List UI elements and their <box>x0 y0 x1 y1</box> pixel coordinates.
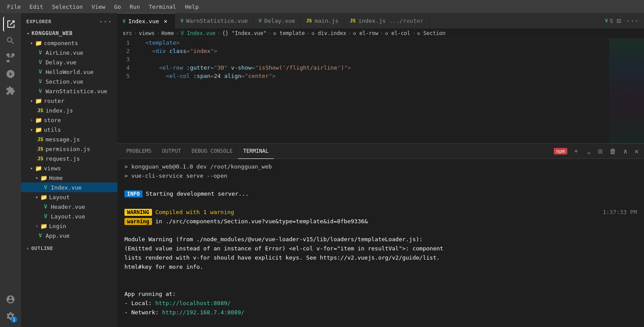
terminal-line: WARNING Compiled with 1 warning1:37:33 P… <box>124 208 637 217</box>
menu-terminal[interactable]: Terminal <box>145 2 180 12</box>
folder-label: store <box>44 117 61 123</box>
tab-extra-s: S <box>610 18 613 24</box>
terminal-tab-problems[interactable]: PROBLEMS <box>121 144 157 159</box>
bc-home[interactable]: Home <box>161 30 174 36</box>
code-editor: 1 2 3 4 5 <template> <div class="index">… <box>117 39 644 143</box>
menu-edit[interactable]: Edit <box>26 2 46 12</box>
bc-indexvue[interactable]: V Index.vue <box>180 30 215 36</box>
menu-file[interactable]: File <box>4 2 24 12</box>
tab-warnstat[interactable]: V WarnStatistice.vue <box>175 13 254 28</box>
folder-arrow: ▾ <box>33 195 40 200</box>
menu-view[interactable]: View <box>88 2 109 12</box>
activity-account[interactable] <box>3 292 18 307</box>
file-label: AirLine.vue <box>46 49 83 56</box>
code-line-1: <template> <box>135 39 609 47</box>
sidebar-item-utils[interactable]: ▾ 📁 utils <box>21 125 117 134</box>
split-terminal-icon[interactable]: ⊡ <box>596 146 604 156</box>
terminal-line: > kongguan_web@0.1.0 dev /root/kongguan_… <box>124 162 637 172</box>
activity-explorer[interactable] <box>3 17 18 32</box>
sidebar-item-warnstatistice[interactable]: V WarnStatistice.vue <box>21 86 117 96</box>
sidebar-header: EXPLORER ··· <box>21 13 117 28</box>
folder-icon: 📁 <box>35 98 42 104</box>
sidebar-item-header-vue[interactable]: V Header.vue <box>21 202 117 211</box>
file-label: message.js <box>46 136 80 143</box>
activity-scm[interactable] <box>3 50 18 65</box>
sidebar-item-app-vue[interactable]: V App.vue <box>21 231 117 240</box>
terminal-add-icon[interactable]: ＋ <box>571 146 581 157</box>
file-label: permission.js <box>46 146 90 152</box>
code-content[interactable]: <template> <div class="index"> <el-row :… <box>135 39 609 143</box>
more-tabs-icon[interactable]: ··· <box>624 16 640 26</box>
tab-main-js[interactable]: JS main.js <box>301 13 345 28</box>
tab-index-js-router[interactable]: JS index.js .../router <box>345 13 429 28</box>
folder-label: Login <box>49 223 66 229</box>
sidebar-more-actions[interactable]: ··· <box>99 18 112 26</box>
explorer-title: EXPLORER <box>26 19 51 25</box>
bc-template[interactable]: ◇ template <box>273 30 305 36</box>
menu-run[interactable]: Run <box>126 2 143 12</box>
sidebar-item-request[interactable]: JS request.js <box>21 154 117 163</box>
vue-file-icon: V <box>37 59 44 65</box>
sidebar-item-index-vue[interactable]: V Index.vue <box>21 183 117 192</box>
bc-section[interactable]: ◇ Section <box>417 30 446 36</box>
terminal-line: - Local: http://localhost:8089/ <box>124 299 637 308</box>
sidebar-item-airline[interactable]: V AirLine.vue <box>21 48 117 57</box>
tab-js-icon: JS <box>306 18 312 24</box>
sidebar-item-layout-vue[interactable]: V Layout.vue <box>21 211 117 221</box>
tab-extra: V S ⊡ ··· <box>605 16 644 26</box>
tab-index-vue[interactable]: V Index.vue ✕ <box>117 13 175 28</box>
local-link[interactable]: http://localhost:8089/ <box>155 300 230 306</box>
bc-elcol[interactable]: ◇ el-col <box>385 30 410 36</box>
code-line-5: <el-col :span=24 align="center"> <box>135 72 609 80</box>
terminal-chevron-icon[interactable]: ⌄ <box>585 146 593 156</box>
activity-search[interactable] <box>3 33 18 48</box>
root-arrow: ▾ <box>25 31 32 36</box>
sidebar-item-helloworld[interactable]: V HelloWorld.vue <box>21 67 117 77</box>
sidebar-item-store[interactable]: › 📁 store <box>21 115 117 125</box>
terminal-line: - Network: http://192.168.7.4:8089/ <box>124 308 637 317</box>
bc-src[interactable]: src <box>123 30 132 36</box>
file-label: Delay.vue <box>46 59 76 66</box>
delete-terminal-icon[interactable]: 🗑 <box>608 146 618 156</box>
bc-divindex[interactable]: ◇ div.index <box>311 30 346 36</box>
sidebar-item-section[interactable]: V Section.vue <box>21 77 117 86</box>
sidebar-item-components[interactable]: ▾ 📁 components <box>21 38 117 48</box>
close-terminal-icon[interactable]: ✕ <box>633 146 640 156</box>
sidebar-item-message[interactable]: JS message.js <box>21 134 117 144</box>
tab-close-icon[interactable]: ✕ <box>162 17 170 25</box>
maximize-terminal-icon[interactable]: ∧ <box>622 146 630 156</box>
terminal-content[interactable]: > kongguan_web@0.1.0 dev /root/kongguan_… <box>117 159 644 327</box>
menu-selection[interactable]: Selection <box>49 2 86 12</box>
folder-label: utils <box>44 127 61 133</box>
tab-delay[interactable]: V Delay.vue <box>254 13 301 28</box>
bc-obj[interactable]: {} "Index.vue" <box>222 30 266 36</box>
terminal-tab-terminal[interactable]: TERMINAL <box>238 144 274 159</box>
file-label: WarnStatistice.vue <box>46 88 107 95</box>
tab-vue-icon: V <box>180 18 184 24</box>
terminal-line: INFO Starting development server... <box>124 190 637 199</box>
bc-views[interactable]: views <box>139 30 155 36</box>
split-editor-icon[interactable]: ⊡ <box>615 16 623 26</box>
sidebar-item-router[interactable]: ▾ 📁 router <box>21 96 117 105</box>
terminal-tab-output[interactable]: OUTPUT <box>157 144 186 159</box>
sidebar-item-layout[interactable]: ▾ 📁 Layout <box>21 192 117 202</box>
sidebar-item-login[interactable]: › 📁 Login <box>21 221 117 231</box>
sidebar-item-permission[interactable]: JS permission.js <box>21 144 117 154</box>
outline-header[interactable]: › OUTLINE <box>26 246 112 251</box>
activity-settings[interactable]: 1 <box>3 309 18 323</box>
root-folder[interactable]: ▾ KONGGUAN_WEB <box>21 28 117 38</box>
terminal-line: (Emitted value instead of an instance of… <box>124 244 637 253</box>
sidebar-item-router-index[interactable]: JS index.js <box>21 105 117 115</box>
activity-extensions[interactable] <box>3 83 18 98</box>
sidebar-item-delay[interactable]: V Delay.vue <box>21 57 117 67</box>
menu-help[interactable]: Help <box>181 2 202 12</box>
sidebar-item-views[interactable]: ▾ 📁 views <box>21 163 117 173</box>
network-link[interactable]: http://192.168.7.4:8089/ <box>162 309 244 316</box>
terminal-tab-bar: PROBLEMS OUTPUT DEBUG CONSOLE TERMINAL n… <box>117 144 644 159</box>
menu-go[interactable]: Go <box>110 2 124 12</box>
sidebar-item-home[interactable]: ▾ 📁 Home <box>21 173 117 183</box>
bc-elrow[interactable]: ◇ el-row <box>353 30 379 36</box>
activity-run[interactable] <box>3 67 18 81</box>
js-file-icon: JS <box>37 137 44 142</box>
terminal-tab-debug[interactable]: DEBUG CONSOLE <box>186 144 238 159</box>
